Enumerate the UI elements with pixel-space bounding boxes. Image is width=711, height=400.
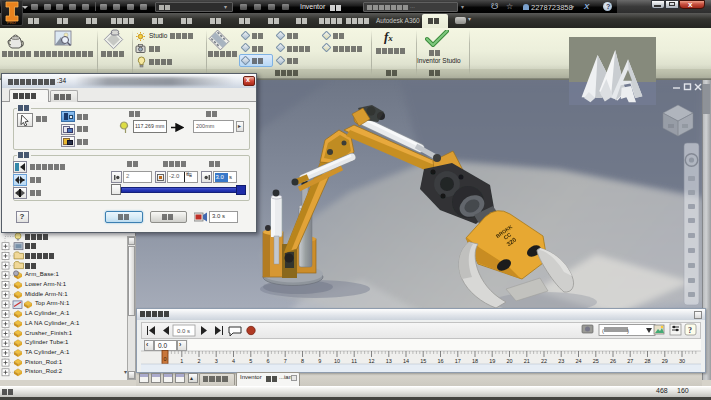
svg-text:21: 21	[524, 358, 530, 364]
svg-text:0: 0	[163, 356, 166, 362]
svg-text:11: 11	[351, 358, 357, 364]
svg-text:8: 8	[301, 358, 304, 364]
svg-text:18: 18	[472, 358, 478, 364]
svg-text:1: 1	[180, 358, 183, 364]
svg-text:?: ?	[688, 326, 692, 335]
svg-text:26: 26	[610, 358, 616, 364]
svg-text:29: 29	[662, 358, 668, 364]
svg-text:3: 3	[215, 358, 218, 364]
svg-text:12: 12	[368, 358, 374, 364]
svg-text:20: 20	[506, 358, 512, 364]
svg-text:14: 14	[403, 358, 409, 364]
svg-text:13: 13	[386, 358, 392, 364]
svg-text:2: 2	[197, 358, 200, 364]
svg-text:9: 9	[318, 358, 321, 364]
svg-text:15: 15	[420, 358, 426, 364]
svg-text:27: 27	[627, 358, 633, 364]
svg-text:PRO: PRO	[7, 20, 16, 25]
svg-text:28: 28	[644, 358, 650, 364]
svg-text:24: 24	[575, 358, 581, 364]
svg-text:23: 23	[558, 358, 564, 364]
svg-text:16: 16	[437, 358, 443, 364]
svg-text:5: 5	[249, 358, 252, 364]
svg-text:25: 25	[593, 358, 599, 364]
svg-text:): )	[627, 328, 629, 334]
svg-text:17: 17	[455, 358, 461, 364]
svg-text:10: 10	[334, 358, 340, 364]
svg-text:4: 4	[232, 358, 235, 364]
svg-text:19: 19	[489, 358, 495, 364]
svg-text:6: 6	[266, 358, 269, 364]
svg-text:22: 22	[541, 358, 547, 364]
svg-text:0.0 s: 0.0 s	[177, 328, 190, 334]
svg-text:30: 30	[679, 358, 685, 364]
svg-text:(: (	[602, 328, 604, 334]
svg-text:7: 7	[284, 358, 287, 364]
